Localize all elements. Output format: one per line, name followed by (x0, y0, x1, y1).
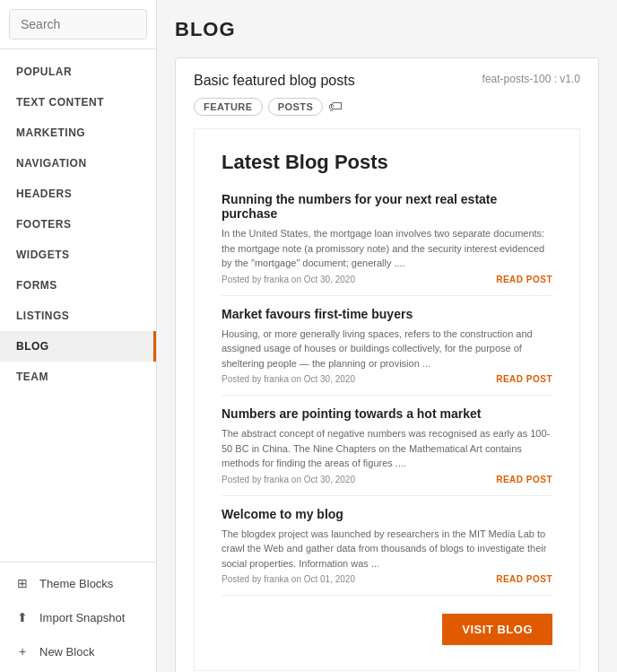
post-excerpt: In the United States, the mortgage loan … (222, 226, 552, 271)
post-byline: Posted by franka on Oct 01, 2020 (222, 574, 355, 584)
post-excerpt: Housing, or more generally living spaces… (222, 327, 552, 371)
sidebar-item-forms[interactable]: FORMS (0, 270, 156, 301)
post-meta: Posted by franka on Oct 30, 2020 READ PO… (222, 374, 552, 384)
post-meta: Posted by franka on Oct 30, 2020 READ PO… (222, 475, 552, 484)
footer-item-label: New Block (39, 645, 94, 659)
visit-blog-button[interactable]: VISIT BLOG (442, 614, 552, 645)
footer-item-import-snapshot[interactable]: ⬆ Import Snapshot (0, 600, 156, 634)
search-container (0, 0, 156, 49)
read-post-link[interactable]: READ POST (496, 475, 552, 484)
grid-icon: ⊞ (14, 575, 30, 591)
block-card-0: Basic featured blog posts feat-posts-100… (175, 57, 599, 672)
main-content: BLOG Basic featured blog posts feat-post… (157, 0, 617, 672)
page-title: BLOG (175, 18, 599, 41)
post-meta: Posted by franka on Oct 30, 2020 READ PO… (222, 275, 552, 284)
sidebar-item-marketing[interactable]: MARKETING (0, 118, 156, 148)
sidebar-item-blog[interactable]: BLOG (0, 331, 156, 362)
upload-icon: ⬆ (14, 609, 30, 625)
block-version: feat-posts-100 : v1.0 (482, 73, 580, 85)
blog-post-item: Market favours first-time buyers Housing… (222, 307, 552, 397)
post-excerpt: The abstract concept of negative numbers… (222, 426, 552, 471)
footer-item-new-block[interactable]: + New Block (0, 634, 156, 668)
blog-post-item: Welcome to my blog The blogdex project w… (222, 507, 552, 597)
block-header: Basic featured blog posts feat-posts-100… (176, 58, 598, 98)
read-post-link[interactable]: READ POST (496, 275, 552, 284)
blog-post-item: Running the numbers for your next real e… (222, 192, 552, 296)
sidebar-item-footers[interactable]: FOOTERS (0, 209, 156, 240)
blog-preview-title: Latest Blog Posts (222, 151, 552, 174)
footer-item-label: Import Snapshot (39, 611, 125, 624)
sidebar-item-widgets[interactable]: WIDGETS (0, 240, 156, 270)
post-title: Welcome to my blog (222, 507, 552, 521)
block-tags: FEATUREPOSTS 🏷 (176, 98, 598, 128)
tag: FEATURE (194, 98, 263, 116)
post-byline: Posted by franka on Oct 30, 2020 (222, 275, 355, 284)
post-byline: Posted by franka on Oct 30, 2020 (222, 475, 355, 484)
visit-blog-container: VISIT BLOG (222, 607, 552, 649)
plus-icon: + (14, 643, 30, 659)
sidebar-item-headers[interactable]: HEADERS (0, 179, 156, 209)
block-title: Basic featured blog posts (194, 73, 355, 89)
blog-preview: Latest Blog Posts Running the numbers fo… (194, 128, 580, 671)
sidebar: POPULARTEXT CONTENTMARKETINGNAVIGATIONHE… (0, 0, 157, 672)
post-title: Market favours first-time buyers (222, 307, 552, 321)
sidebar-nav: POPULARTEXT CONTENTMARKETINGNAVIGATIONHE… (0, 49, 156, 562)
blog-post-item: Numbers are pointing towards a hot marke… (222, 406, 552, 496)
read-post-link[interactable]: READ POST (496, 574, 552, 584)
post-excerpt: The blogdex project was launched by rese… (222, 527, 552, 572)
search-input[interactable] (9, 9, 147, 39)
sidebar-item-team[interactable]: TEAM (0, 362, 156, 392)
post-title: Numbers are pointing towards a hot marke… (222, 406, 552, 421)
sidebar-item-navigation[interactable]: NAVIGATION (0, 148, 156, 179)
post-title: Running the numbers for your next real e… (222, 192, 552, 221)
tag-icon: 🏷 (328, 99, 343, 115)
sidebar-item-text-content[interactable]: TEXT CONTENT (0, 87, 156, 118)
sidebar-item-popular[interactable]: POPULAR (0, 57, 156, 87)
footer-item-label: Theme Blocks (39, 577, 113, 590)
sidebar-item-listings[interactable]: LISTINGS (0, 301, 156, 331)
post-byline: Posted by franka on Oct 30, 2020 (222, 374, 355, 384)
read-post-link[interactable]: READ POST (496, 374, 552, 384)
sidebar-footer: ⊞ Theme Blocks ⬆ Import Snapshot + New B… (0, 562, 156, 672)
post-meta: Posted by franka on Oct 01, 2020 READ PO… (222, 574, 552, 584)
tag: POSTS (268, 98, 324, 116)
footer-item-theme-blocks[interactable]: ⊞ Theme Blocks (0, 566, 156, 600)
